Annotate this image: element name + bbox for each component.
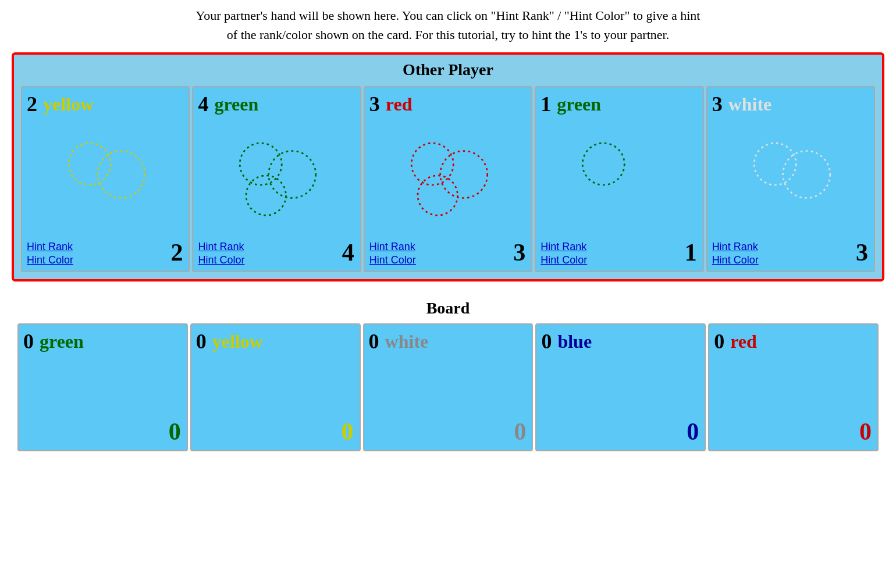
hint-rank-button-4[interactable]: Hint Rank [712, 241, 869, 253]
board-card-header-3: 0blue [541, 329, 700, 354]
card-color-name-4: white [728, 94, 772, 115]
hint-color-button-3[interactable]: Hint Color [541, 254, 698, 266]
board-rank-4: 0 [714, 329, 724, 354]
hint-color-button-4[interactable]: Hint Color [712, 254, 869, 266]
svg-point-10 [783, 151, 830, 198]
board-card-header-2: 0white [369, 329, 528, 354]
card-color-name-3: green [557, 94, 601, 115]
board-area: Board 0green00yellow00white00blue00red0 [12, 293, 884, 457]
other-player-card-3: 1greenHint RankHint Color1 [535, 86, 703, 272]
board-color-name-1: yellow [212, 331, 263, 352]
card-footer-1: Hint RankHint Color [198, 241, 355, 266]
card-rank-4: 3 [712, 92, 723, 116]
hint-rank-button-3[interactable]: Hint Rank [541, 241, 698, 253]
hint-rank-button-1[interactable]: Hint Rank [198, 241, 355, 253]
card-header-4: 3white [712, 92, 869, 116]
card-header-0: 2yellow [27, 92, 184, 116]
board-card-4: 0red0 [708, 323, 879, 451]
board-card-header-1: 0yellow [196, 329, 355, 354]
card-rank-0: 2 [27, 92, 37, 116]
card-header-3: 1green [541, 92, 698, 116]
board-bottom-number-3: 0 [687, 418, 699, 446]
board-rank-1: 0 [196, 329, 207, 354]
board-bottom-number-2: 0 [514, 418, 526, 446]
card-bottom-number-4: 3 [856, 238, 868, 266]
svg-point-0 [69, 143, 111, 185]
card-fireworks-4 [712, 119, 869, 241]
hint-color-button-0[interactable]: Hint Color [27, 254, 184, 266]
board-rank-0: 0 [23, 329, 34, 354]
hint-rank-button-2[interactable]: Hint Rank [369, 241, 527, 253]
board-rank-2: 0 [369, 329, 379, 354]
board-color-name-0: green [40, 331, 84, 352]
board-color-name-4: red [730, 331, 757, 352]
card-footer-4: Hint RankHint Color [712, 241, 869, 266]
board-card-0: 0green0 [17, 323, 188, 451]
board-card-3: 0blue0 [535, 323, 706, 451]
card-color-name-2: red [386, 94, 413, 115]
card-footer-3: Hint RankHint Color [541, 241, 698, 266]
svg-point-8 [582, 143, 624, 185]
hint-rank-button-0[interactable]: Hint Rank [27, 241, 184, 253]
card-fireworks-2 [369, 119, 527, 241]
board-color-name-3: blue [557, 331, 592, 352]
card-footer-2: Hint RankHint Color [369, 241, 527, 266]
svg-point-4 [246, 176, 286, 215]
other-player-card-0: 2yellowHint RankHint Color2 [21, 86, 190, 272]
board-card-1: 0yellow0 [190, 323, 361, 451]
card-color-name-1: green [214, 94, 258, 115]
instruction-text: Your partner's hand will be shown here. … [12, 6, 884, 44]
board-color-name-2: white [385, 331, 429, 352]
hint-color-button-1[interactable]: Hint Color [198, 254, 355, 266]
other-player-card-4: 3whiteHint RankHint Color3 [706, 86, 875, 272]
svg-point-1 [98, 151, 145, 198]
card-fireworks-0 [27, 119, 184, 241]
card-bottom-number-0: 2 [170, 238, 183, 266]
card-bottom-number-3: 1 [685, 238, 697, 266]
svg-point-7 [418, 176, 457, 215]
card-bottom-number-2: 3 [513, 238, 525, 266]
other-player-card-1: 4greenHint RankHint Color4 [192, 86, 361, 272]
card-rank-1: 4 [198, 92, 208, 116]
card-header-1: 4green [198, 92, 355, 116]
hint-color-button-2[interactable]: Hint Color [369, 254, 527, 266]
other-player-area: Other Player 2yellowHint RankHint Color2… [12, 52, 884, 281]
svg-point-5 [411, 143, 453, 185]
other-player-title: Other Player [20, 60, 876, 79]
other-player-cards-row: 2yellowHint RankHint Color24greenHint Ra… [20, 85, 876, 273]
card-fireworks-3 [541, 119, 698, 241]
card-header-2: 3red [369, 92, 527, 116]
board-title: Board [17, 299, 879, 318]
other-player-card-2: 3redHint RankHint Color3 [364, 86, 532, 272]
card-bottom-number-1: 4 [342, 238, 354, 266]
card-footer-0: Hint RankHint Color [27, 241, 184, 266]
card-color-name-0: yellow [43, 94, 94, 115]
board-rank-3: 0 [541, 329, 552, 354]
card-rank-3: 1 [541, 92, 551, 116]
card-fireworks-1 [198, 119, 355, 241]
board-cards-row: 0green00yellow00white00blue00red0 [17, 323, 879, 451]
svg-point-9 [754, 143, 796, 185]
svg-point-3 [269, 151, 316, 198]
board-card-header-4: 0red [714, 329, 873, 354]
board-card-2: 0white0 [363, 323, 534, 451]
svg-point-6 [440, 151, 488, 198]
board-card-header-0: 0green [23, 329, 182, 354]
card-rank-2: 3 [369, 92, 380, 116]
board-bottom-number-0: 0 [169, 418, 181, 446]
board-bottom-number-4: 0 [859, 418, 872, 446]
board-bottom-number-1: 0 [342, 418, 354, 446]
svg-point-2 [240, 143, 282, 185]
